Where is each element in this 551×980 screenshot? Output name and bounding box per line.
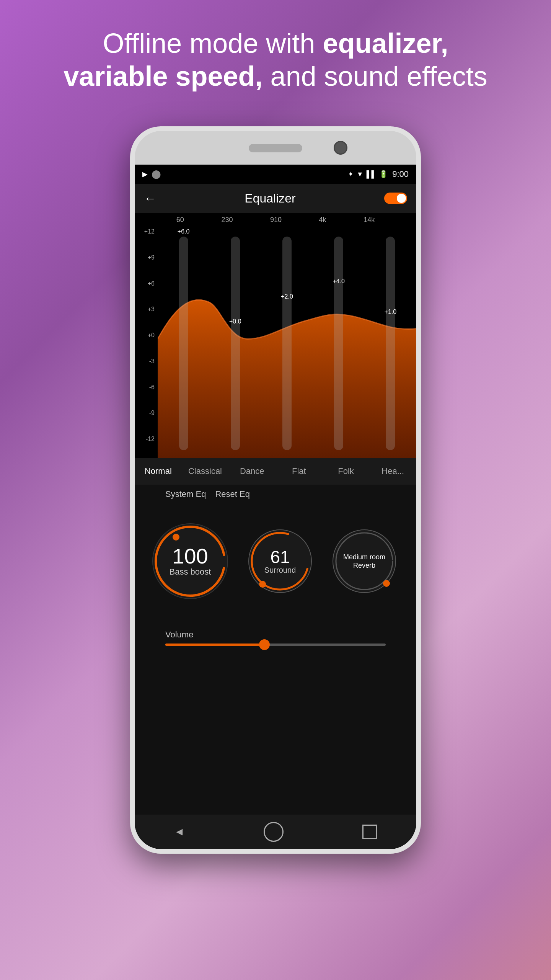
bass-knob-overlay: 100 Bass boost (150, 521, 230, 601)
surround-knob-overlay: 61 Surround (246, 527, 315, 596)
freq-labels: 60 230 910 4k 14k (135, 216, 416, 224)
band5-value: +1.0 (385, 309, 397, 315)
db-plus6: +6 (135, 280, 158, 287)
header-line1-bold: equalizer, (323, 28, 448, 59)
header-section: Offline mode with equalizer, variable sp… (0, 27, 551, 93)
db-plus12: +12 (135, 228, 158, 235)
db-plus9: +9 (135, 254, 158, 261)
reverb-line2: Reverb (353, 562, 375, 570)
band1-value: +6.0 (178, 228, 190, 235)
db-minus3: -3 (135, 358, 158, 365)
freq-60: 60 (176, 216, 184, 224)
wifi-icon: ▼ (357, 170, 364, 178)
eq-band-4[interactable]: +4.0 (313, 228, 365, 450)
band4-value: +4.0 (333, 278, 345, 285)
bass-boost-label: Bass boost (170, 567, 211, 577)
clock: 9:00 (392, 169, 409, 179)
back-button[interactable]: ← (144, 191, 156, 206)
db-minus6: -6 (135, 384, 158, 391)
preset-bar: Normal Classical Dance Flat Folk Hea... (135, 458, 416, 485)
phone-inner: ▶ ⬤ ✦ ▼ ▌▌ 🔋 9:00 ← Equalizer (135, 131, 416, 849)
status-bar-left: ▶ ⬤ (142, 169, 161, 179)
eq-band-3[interactable]: +2.0 (261, 228, 313, 450)
band3-track (282, 237, 292, 450)
db-plus3: +3 (135, 306, 158, 313)
volume-slider-track[interactable] (165, 644, 386, 646)
bass-boost-knob[interactable]: 100 Bass boost (150, 521, 230, 601)
reverb-knob-overlay: Medium room Reverb (330, 527, 399, 596)
knobs-area: 100 Bass boost 61 Surround (135, 504, 416, 619)
bottom-dark (135, 657, 416, 815)
status-bar: ▶ ⬤ ✦ ▼ ▌▌ 🔋 9:00 (135, 165, 416, 184)
freq-230: 230 (221, 216, 233, 224)
preset-heavy[interactable]: Hea... (369, 466, 416, 476)
volume-slider-fill (165, 644, 264, 646)
freq-910: 910 (270, 216, 282, 224)
signal-icon: ▌▌ (367, 170, 377, 178)
header-line1-text: Offline mode with (103, 28, 323, 59)
reverb-knob[interactable]: Medium room Reverb (330, 527, 399, 596)
app-bar-title: Equalizer (245, 191, 295, 206)
band2-value: +0.0 (229, 318, 241, 325)
bass-boost-value: 100 (172, 546, 208, 567)
phone-screen: ▶ ⬤ ✦ ▼ ▌▌ 🔋 9:00 ← Equalizer (135, 165, 416, 849)
phone-frame: ▶ ⬤ ✦ ▼ ▌▌ 🔋 9:00 ← Equalizer (130, 126, 421, 854)
eq-controls-row: System Eq Reset Eq (135, 485, 416, 504)
band5-track (386, 237, 395, 450)
recent-nav-button[interactable] (362, 825, 377, 839)
db-zero: +0 (135, 332, 158, 339)
volume-label: Volume (165, 630, 386, 640)
battery-icon: 🔋 (379, 170, 388, 178)
preset-classical[interactable]: Classical (182, 466, 229, 476)
play-icon: ▶ (142, 170, 148, 178)
preset-folk[interactable]: Folk (323, 466, 370, 476)
freq-4k: 4k (319, 216, 326, 224)
header-line2-bold: variable speed, (64, 61, 262, 91)
surround-label: Surround (264, 566, 296, 575)
band1-track (179, 237, 188, 450)
eq-band-1[interactable]: +6.0 (158, 228, 209, 450)
equalizer-toggle[interactable] (384, 193, 407, 204)
reverb-line1: Medium room (343, 553, 385, 562)
band4-track (334, 237, 343, 450)
volume-slider-thumb[interactable] (259, 639, 270, 650)
band2-track (231, 237, 240, 450)
nav-bar: ◄ (135, 815, 416, 849)
phone-camera (334, 141, 347, 155)
preset-normal[interactable]: Normal (135, 466, 182, 476)
surround-knob[interactable]: 61 Surround (246, 527, 315, 596)
equalizer-area: 60 230 910 4k 14k +12 +9 +6 +3 +0 -3 -6 … (135, 213, 416, 458)
circle-icon: ⬤ (152, 169, 161, 179)
back-nav-button[interactable]: ◄ (174, 826, 185, 838)
db-minus12: -12 (135, 436, 158, 443)
db-minus9: -9 (135, 410, 158, 416)
reset-eq-button[interactable]: Reset Eq (215, 489, 250, 499)
app-bar: ← Equalizer (135, 184, 416, 213)
status-bar-right: ✦ ▼ ▌▌ 🔋 9:00 (348, 169, 409, 179)
freq-14k: 14k (364, 216, 375, 224)
eq-sliders: +6.0 +0.0 +2.0 (158, 228, 416, 450)
eq-band-5[interactable]: +1.0 (365, 228, 416, 450)
home-nav-button[interactable] (264, 822, 284, 842)
preset-dance[interactable]: Dance (228, 466, 276, 476)
preset-flat[interactable]: Flat (276, 466, 323, 476)
db-labels: +12 +9 +6 +3 +0 -3 -6 -9 -12 (135, 228, 158, 443)
volume-area: Volume (135, 619, 416, 657)
eq-band-2[interactable]: +0.0 (209, 228, 261, 450)
band3-value: +2.0 (281, 293, 293, 300)
header-line2-rest: and sound effects (263, 61, 487, 91)
bluetooth-icon: ✦ (348, 170, 354, 178)
surround-value: 61 (270, 548, 290, 566)
phone-speaker (249, 144, 302, 152)
system-eq-button[interactable]: System Eq (165, 489, 206, 499)
